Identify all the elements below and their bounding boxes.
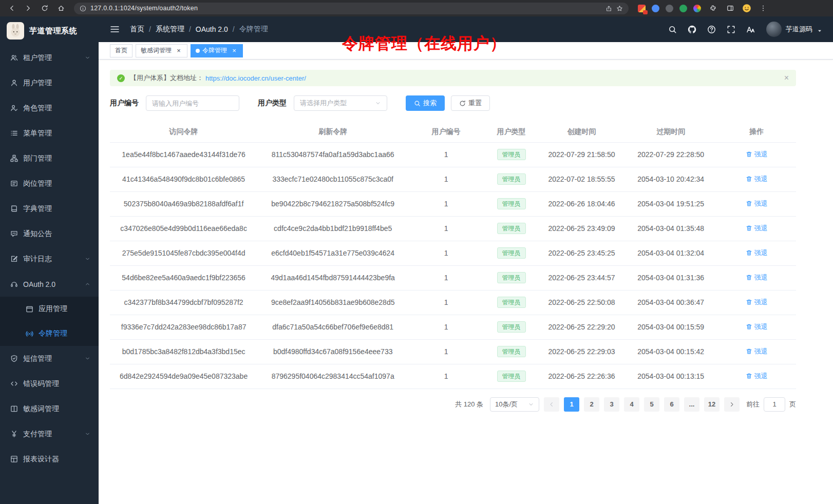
sidebar-item-pay[interactable]: 支付管理 bbox=[0, 421, 99, 447]
page-size-select[interactable]: 10条/页 bbox=[490, 397, 539, 412]
goto-page-input[interactable] bbox=[764, 397, 785, 412]
sidebar-item-role[interactable]: 角色管理 bbox=[0, 95, 99, 121]
sidebar-item-error-code[interactable]: 错误码管理 bbox=[0, 371, 99, 396]
extension-dark-icon[interactable] bbox=[666, 5, 673, 12]
share-icon[interactable] bbox=[605, 5, 612, 12]
tab-sensitive-word[interactable]: 敏感词管理× bbox=[136, 44, 187, 57]
site-info-icon[interactable] bbox=[80, 5, 86, 12]
sidebar-item-notice[interactable]: 通知公告 bbox=[0, 221, 99, 246]
pagination-more-icon[interactable]: ... bbox=[684, 397, 699, 412]
back-icon[interactable] bbox=[6, 3, 17, 14]
menu-app-icon bbox=[26, 305, 33, 313]
sidebar-item-dept[interactable]: 部门管理 bbox=[0, 146, 99, 171]
reset-button[interactable]: 重置 bbox=[451, 95, 490, 111]
force-logout-button[interactable]: 强退 bbox=[746, 372, 768, 381]
tab-close-icon[interactable]: × bbox=[231, 47, 238, 54]
doc-link[interactable]: https://doc.iocoder.cn/user-center/ bbox=[205, 74, 306, 82]
menu-error-code-icon bbox=[10, 380, 18, 387]
page-1-button[interactable]: 1 bbox=[564, 397, 579, 412]
profile-avatar-icon[interactable] bbox=[742, 4, 751, 13]
tab-home[interactable]: 首页 bbox=[110, 44, 132, 57]
sidebar-item-audit-log[interactable]: 审计日志 bbox=[0, 246, 99, 272]
app-logo[interactable]: 芋道管理系统 bbox=[0, 16, 99, 45]
extension-green-icon[interactable] bbox=[679, 5, 687, 12]
sidebar-item-report[interactable]: 报表设计器 bbox=[0, 447, 99, 472]
extension-color-icon[interactable] bbox=[693, 5, 701, 12]
page-6-button[interactable]: 6 bbox=[664, 397, 679, 412]
column-header: 刷新令牌 bbox=[257, 122, 408, 142]
page-5-button[interactable]: 5 bbox=[644, 397, 659, 412]
reload-icon[interactable] bbox=[39, 3, 50, 14]
created-at-cell: 2022-07-29 21:58:50 bbox=[539, 142, 624, 167]
breadcrumb-item[interactable]: 首页 bbox=[130, 25, 144, 34]
more-menu-icon[interactable] bbox=[758, 3, 769, 14]
sidebar-item-menu[interactable]: 菜单管理 bbox=[0, 121, 99, 146]
font-size-icon[interactable] bbox=[746, 25, 755, 34]
sidebar-item-post[interactable]: 岗位管理 bbox=[0, 171, 99, 196]
user-type-select[interactable]: 请选择用户类型 bbox=[294, 95, 387, 111]
tab-close-icon[interactable]: × bbox=[175, 47, 182, 54]
menu-token-icon bbox=[26, 330, 33, 338]
action-cell: 强退 bbox=[717, 265, 796, 290]
github-icon[interactable] bbox=[688, 25, 696, 34]
force-logout-button[interactable]: 强退 bbox=[746, 273, 768, 282]
page-4-button[interactable]: 4 bbox=[624, 397, 639, 412]
force-logout-button[interactable]: 强退 bbox=[746, 322, 768, 332]
user-type-tag: 管理员 bbox=[497, 321, 526, 333]
user-id-cell: 1 bbox=[408, 191, 484, 216]
page-2-button[interactable]: 2 bbox=[584, 397, 599, 412]
force-logout-button[interactable]: 强退 bbox=[746, 248, 768, 258]
extension-pixel-icon[interactable] bbox=[638, 5, 646, 12]
page-3-button[interactable]: 3 bbox=[604, 397, 619, 412]
url-bar[interactable]: 127.0.0.1:1024/system/oauth2/token bbox=[74, 3, 629, 14]
force-logout-button[interactable]: 强退 bbox=[746, 298, 768, 307]
refresh-icon bbox=[459, 100, 466, 107]
force-logout-button[interactable]: 强退 bbox=[746, 347, 768, 356]
user-dropdown[interactable]: 芋道源码 bbox=[766, 22, 823, 37]
sidebar-item-sensitive-word[interactable]: 敏感词管理 bbox=[0, 396, 99, 421]
home-icon[interactable] bbox=[55, 3, 67, 14]
sidebar-item-dict[interactable]: 字典管理 bbox=[0, 196, 99, 221]
table-row: b0d1785bc3a8482f812db4a3f3bd15ecb0df4980… bbox=[110, 339, 796, 364]
access-token-cell: b0d1785bc3a8482f812db4a3f3bd15ec bbox=[110, 339, 257, 364]
user-type-tag: 管理员 bbox=[497, 346, 526, 357]
menu-notice-icon bbox=[10, 230, 18, 238]
hamburger-icon[interactable] bbox=[110, 25, 120, 33]
extension-blue-icon[interactable] bbox=[652, 5, 659, 12]
user-id-cell: 1 bbox=[408, 315, 484, 339]
sidebar-item-tenant[interactable]: 租户管理 bbox=[0, 45, 99, 70]
search-icon[interactable] bbox=[668, 25, 677, 34]
sidebar-item-app[interactable]: 应用管理 bbox=[0, 297, 99, 321]
sidebar-panel-icon[interactable] bbox=[725, 3, 736, 14]
table-row: c342377bf8b344799dcbf7bf095287f29ce8ef2a… bbox=[110, 290, 796, 315]
tab-token[interactable]: 令牌管理× bbox=[191, 44, 243, 57]
sidebar-item-user[interactable]: 用户管理 bbox=[0, 70, 99, 95]
forward-icon[interactable] bbox=[23, 3, 34, 14]
force-logout-button[interactable]: 强退 bbox=[746, 175, 768, 184]
force-logout-button[interactable]: 强退 bbox=[746, 199, 768, 208]
sidebar-item-sms[interactable]: 短信管理 bbox=[0, 346, 99, 371]
search-button[interactable]: 搜索 bbox=[406, 95, 445, 111]
user-id-input[interactable] bbox=[146, 95, 239, 111]
help-icon[interactable] bbox=[707, 25, 716, 34]
force-logout-button[interactable]: 强退 bbox=[746, 150, 768, 159]
sidebar-item-token[interactable]: 令牌管理 bbox=[0, 321, 99, 346]
prev-page-button[interactable] bbox=[544, 397, 559, 412]
bookmark-star-icon[interactable] bbox=[616, 5, 623, 12]
expires-at-cell: 2054-03-04 00:13:15 bbox=[624, 364, 717, 389]
action-cell: 强退 bbox=[717, 167, 796, 191]
chevron-down-icon bbox=[85, 431, 90, 437]
sidebar-item-oauth2[interactable]: OAuth 2.0 bbox=[0, 272, 99, 297]
trash-icon bbox=[746, 151, 752, 158]
breadcrumb-item[interactable]: 系统管理 bbox=[156, 25, 184, 34]
page-12-button[interactable]: 12 bbox=[704, 397, 720, 412]
refresh-token-cell: 9ce8ef2aa9f14056b831ae9b608e28d5 bbox=[257, 290, 408, 315]
action-cell: 强退 bbox=[717, 290, 796, 315]
menu-pay-icon bbox=[10, 430, 18, 438]
breadcrumb-item[interactable]: OAuth 2.0 bbox=[196, 25, 228, 33]
force-logout-button[interactable]: 强退 bbox=[746, 224, 768, 233]
puzzle-icon[interactable] bbox=[707, 3, 718, 14]
alert-close-icon[interactable]: × bbox=[784, 74, 789, 82]
next-page-button[interactable] bbox=[724, 397, 740, 412]
fullscreen-icon[interactable] bbox=[727, 25, 735, 34]
